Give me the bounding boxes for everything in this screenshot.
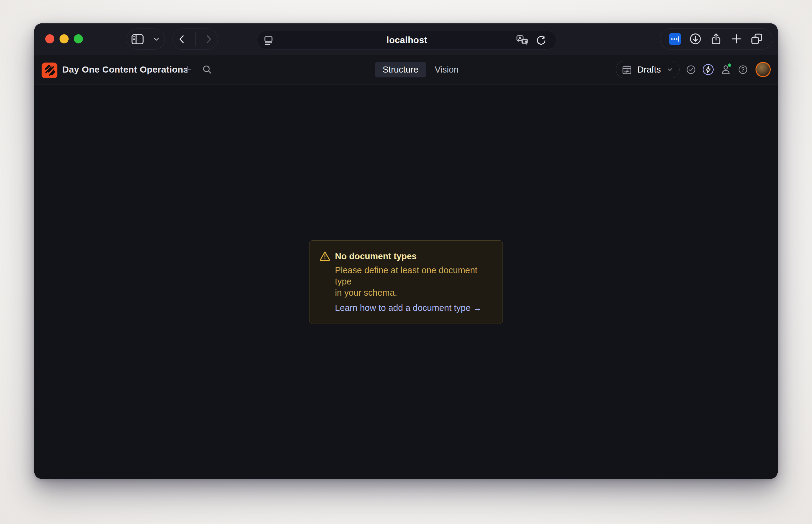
help-button[interactable] bbox=[738, 55, 748, 84]
tool-menu: Structure Vision bbox=[375, 55, 460, 84]
back-button[interactable] bbox=[177, 34, 187, 45]
sidebar-menu-button[interactable] bbox=[152, 35, 161, 44]
minimize-button[interactable] bbox=[60, 34, 69, 44]
forward-icon bbox=[204, 34, 214, 45]
presence-icon bbox=[720, 64, 731, 75]
traffic-lights bbox=[45, 34, 83, 44]
share-button[interactable] bbox=[710, 32, 722, 45]
onepassword-button[interactable] bbox=[669, 33, 681, 45]
translate-icon bbox=[516, 35, 529, 46]
share-icon bbox=[710, 32, 722, 45]
check-circle-icon bbox=[686, 65, 696, 75]
warning-body-line2: in your schema. bbox=[335, 287, 492, 298]
presence-online-dot bbox=[727, 63, 732, 67]
bolt-icon bbox=[702, 64, 714, 75]
warning-body: Please define at least one document type… bbox=[335, 265, 492, 298]
address-bar[interactable]: localhost bbox=[257, 31, 557, 49]
tab-vision[interactable]: Vision bbox=[433, 65, 460, 75]
studio-page: Day One Content Operations Structure Vis… bbox=[34, 55, 778, 479]
search-icon bbox=[201, 64, 213, 75]
workspace-title[interactable]: Day One Content Operations bbox=[62, 55, 188, 84]
release-check-button[interactable] bbox=[686, 55, 696, 84]
main-content: No document types Please define at least… bbox=[34, 84, 778, 479]
nav-buttons-group bbox=[173, 29, 218, 50]
search-button[interactable] bbox=[201, 55, 213, 84]
download-icon bbox=[689, 32, 702, 45]
user-menu-button[interactable] bbox=[756, 55, 771, 84]
new-tab-button[interactable] bbox=[730, 33, 743, 45]
warning-card: No document types Please define at least… bbox=[309, 241, 503, 324]
reload-icon bbox=[535, 35, 547, 47]
browser-toolbar: localhost bbox=[34, 23, 778, 55]
url-text[interactable]: localhost bbox=[257, 31, 557, 49]
translate-button[interactable] bbox=[516, 35, 529, 46]
sidebar-toggle-button[interactable] bbox=[131, 33, 144, 45]
close-button[interactable] bbox=[45, 34, 54, 44]
chevron-down-icon bbox=[666, 66, 674, 73]
chevron-down-icon bbox=[152, 35, 161, 44]
new-tab-icon bbox=[730, 33, 743, 45]
workspace-logo[interactable] bbox=[42, 63, 58, 78]
avatar bbox=[756, 62, 771, 77]
sidebar-toggle-group bbox=[127, 29, 165, 50]
calendar-icon bbox=[622, 64, 632, 75]
changes-button[interactable] bbox=[702, 55, 714, 84]
downloads-button[interactable] bbox=[689, 32, 702, 45]
warning-triangle-icon bbox=[320, 251, 335, 261]
forward-button[interactable] bbox=[204, 34, 214, 45]
help-icon bbox=[738, 65, 748, 75]
reload-button[interactable] bbox=[535, 35, 547, 47]
warning-title: No document types bbox=[335, 251, 492, 261]
perspective-label: Drafts bbox=[637, 65, 661, 75]
expand-button[interactable] bbox=[74, 34, 83, 44]
perspective-menu-button[interactable]: Drafts bbox=[616, 61, 680, 78]
warning-body-line1: Please define at least one document type bbox=[335, 265, 492, 287]
add-icon bbox=[182, 64, 193, 75]
sidebar-icon bbox=[131, 33, 144, 45]
tab-structure[interactable]: Structure bbox=[375, 62, 426, 78]
tabs-overview-button[interactable] bbox=[750, 32, 763, 45]
studio-navbar: Day One Content Operations Structure Vis… bbox=[34, 55, 778, 84]
collaborators-button[interactable] bbox=[720, 55, 731, 84]
browser-window: localhost bbox=[34, 23, 778, 479]
tabs-overview-icon bbox=[750, 32, 763, 45]
learn-how-link[interactable]: Learn how to add a document type → bbox=[335, 303, 492, 313]
back-icon bbox=[177, 34, 187, 45]
new-document-button[interactable] bbox=[182, 55, 193, 84]
workspace-logo-icon bbox=[42, 63, 58, 78]
toolbar-actions-group bbox=[660, 28, 772, 49]
nav-divider bbox=[195, 32, 196, 46]
